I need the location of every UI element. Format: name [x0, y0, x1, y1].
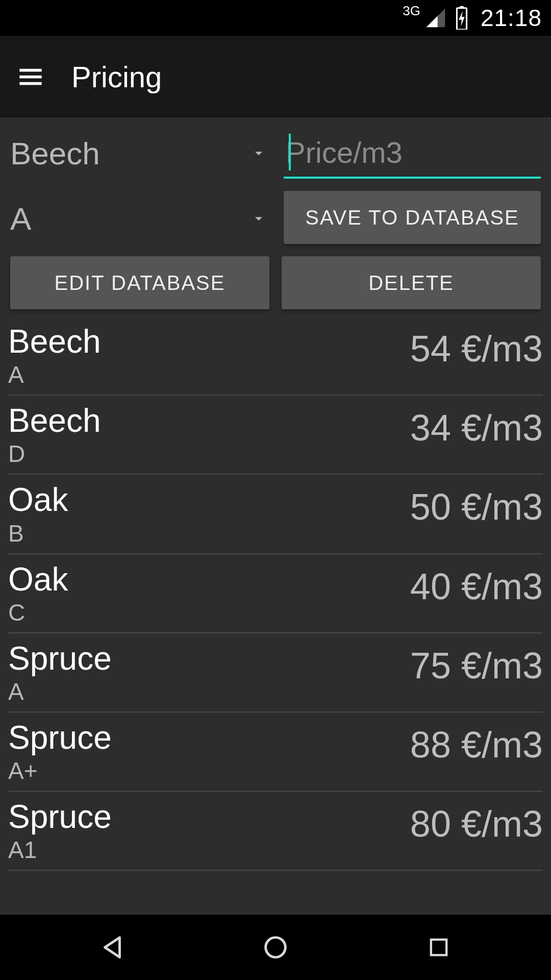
list-item-grade: A+: [8, 757, 112, 785]
price-input[interactable]: [284, 128, 541, 177]
recents-button[interactable]: [418, 927, 459, 968]
home-button[interactable]: [255, 927, 296, 968]
list-item-species: Beech: [8, 404, 101, 438]
pricing-list[interactable]: BeechA54 €/m3BeechD34 €/m3OakB50 €/m3Oak…: [0, 318, 551, 915]
svg-rect-1: [460, 6, 464, 9]
list-item-price: 50 €/m3: [410, 483, 543, 527]
edit-database-button[interactable]: Edit database: [10, 256, 269, 309]
chevron-down-icon: [250, 210, 267, 227]
list-item-price: 40 €/m3: [410, 562, 543, 607]
list-item-grade: D: [8, 440, 101, 468]
list-item-species: Spruce: [8, 721, 112, 755]
list-item-price: 75 €/m3: [410, 642, 543, 686]
app-bar: Pricing: [0, 36, 551, 117]
list-item-grade: B: [8, 520, 68, 547]
list-item-grade: A1: [8, 836, 112, 864]
list-item-grade: C: [8, 599, 68, 626]
list-item[interactable]: SpruceA180 €/m3: [8, 792, 543, 871]
list-item[interactable]: OakC40 €/m3: [8, 554, 543, 633]
list-item-left: OakC: [8, 562, 68, 626]
list-item-left: OakB: [8, 483, 68, 547]
save-button[interactable]: Save to database: [284, 191, 541, 244]
svg-rect-5: [19, 82, 41, 85]
list-item-left: BeechA: [8, 325, 101, 388]
form-area: Beech A Save to database Edit database D…: [0, 117, 551, 318]
hamburger-icon: [17, 63, 44, 90]
list-item-price: 88 €/m3: [410, 721, 543, 765]
back-icon: [97, 933, 127, 962]
list-item-species: Spruce: [8, 642, 112, 676]
list-item-species: Spruce: [8, 800, 112, 834]
list-item[interactable]: BeechA54 €/m3: [8, 318, 543, 396]
svg-point-6: [266, 938, 286, 958]
grade-dropdown-value: A: [10, 201, 31, 237]
delete-button[interactable]: Delete: [282, 256, 541, 309]
species-dropdown-value: Beech: [10, 135, 100, 172]
grade-dropdown[interactable]: A: [10, 193, 271, 244]
svg-rect-7: [431, 940, 446, 955]
page-title: Pricing: [71, 60, 162, 94]
text-cursor: [289, 134, 291, 170]
svg-marker-2: [459, 11, 465, 27]
svg-rect-3: [19, 69, 41, 72]
list-item-grade: A: [8, 361, 101, 388]
list-item-price: 54 €/m3: [410, 325, 543, 369]
list-item-species: Oak: [8, 483, 68, 517]
network-type-label: 3G: [403, 3, 420, 19]
species-dropdown[interactable]: Beech: [10, 128, 271, 179]
list-item-left: BeechD: [8, 404, 101, 468]
list-item[interactable]: SpruceA75 €/m3: [8, 633, 543, 713]
list-item-species: Oak: [8, 562, 68, 597]
list-item-grade: A: [8, 678, 112, 705]
status-clock: 21:18: [481, 4, 542, 32]
list-item-price: 34 €/m3: [410, 404, 543, 448]
list-item[interactable]: SpruceA+88 €/m3: [8, 713, 543, 792]
list-item-left: SpruceA: [8, 642, 112, 705]
battery-charging-icon: [454, 6, 469, 30]
list-item-species: Beech: [8, 325, 101, 359]
status-bar: 3G 21:18: [0, 0, 551, 36]
list-item-price: 80 €/m3: [410, 800, 543, 844]
recents-icon: [425, 934, 452, 961]
system-nav-bar: [0, 915, 551, 980]
content-area: Beech A Save to database Edit database D…: [0, 117, 551, 915]
list-item-left: SpruceA1: [8, 800, 112, 864]
home-icon: [261, 933, 290, 962]
back-button[interactable]: [92, 927, 133, 968]
svg-rect-4: [19, 76, 41, 79]
list-item[interactable]: OakB50 €/m3: [8, 475, 543, 554]
menu-button[interactable]: [15, 61, 46, 92]
list-item-left: SpruceA+: [8, 721, 112, 785]
list-item[interactable]: BeechD34 €/m3: [8, 396, 543, 475]
cell-signal-icon: [424, 7, 447, 29]
price-input-wrap[interactable]: [284, 128, 541, 179]
chevron-down-icon: [250, 144, 267, 162]
